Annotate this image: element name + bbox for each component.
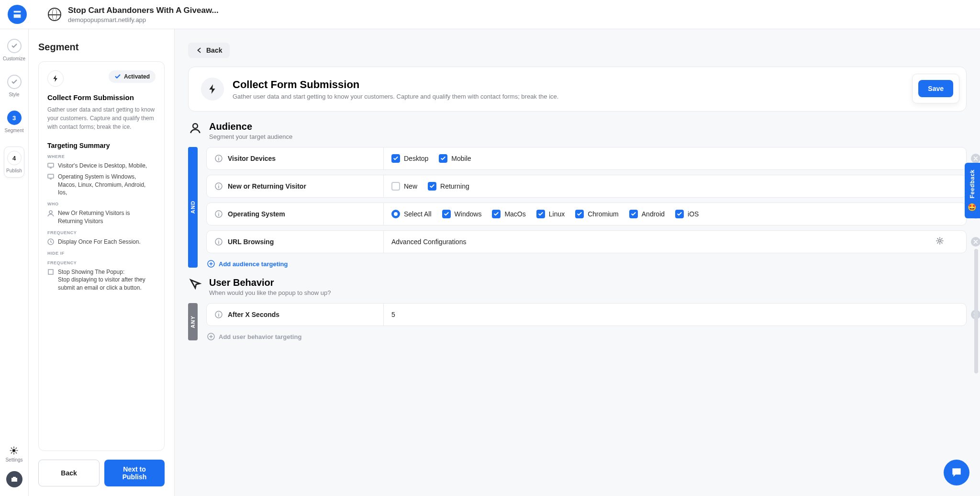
left-panel: Segment Activated Collect Form Submissio… — [29, 29, 175, 496]
feedback-tab[interactable]: Feedback 🤩 — [965, 163, 980, 218]
main-content: Back Collect Form Submission Gather user… — [175, 29, 980, 496]
summary-rule: Display Once For Each Session. — [47, 238, 156, 246]
stop-icon — [47, 269, 54, 275]
row-name: Visitor Devices — [228, 155, 276, 162]
info-icon[interactable] — [214, 154, 223, 163]
save-button[interactable]: Save — [918, 80, 953, 97]
option-macos[interactable]: MacOs — [492, 210, 525, 218]
hero-title: Collect Form Submission — [233, 79, 558, 91]
row-value: 5 — [391, 311, 395, 318]
select-all-radio[interactable]: Select All — [391, 210, 432, 218]
card-description: Gather user data and start getting to kn… — [47, 105, 156, 131]
row-name: URL Browsing — [228, 238, 274, 246]
option-linux[interactable]: Linux — [536, 210, 565, 218]
remove-row-button[interactable] — [971, 154, 980, 163]
laptop-icon — [47, 173, 54, 180]
info-icon[interactable] — [214, 182, 223, 191]
summary-group-label: FREQUENCY — [47, 260, 156, 265]
hero-card: Collect Form Submission Gather user data… — [188, 67, 967, 112]
chat-fab[interactable] — [944, 460, 969, 485]
targeting-row: URL Browsing Advanced Configurations — [206, 230, 967, 253]
row-name: After X Seconds — [228, 311, 279, 318]
step-publish[interactable]: 4 Publish — [4, 147, 24, 178]
configure-icon[interactable] — [935, 237, 944, 247]
option-desktop[interactable]: Desktop — [391, 154, 428, 163]
row-value: Advanced Configurations — [391, 238, 466, 246]
summary-group-label: FREQUENCY — [47, 230, 156, 235]
row-name: New or Returning Visitor — [228, 182, 306, 190]
panel-title: Segment — [38, 42, 165, 53]
feedback-emoji-icon: 🤩 — [968, 203, 977, 212]
option-ios[interactable]: iOS — [675, 210, 699, 218]
and-operator-bar: AND — [188, 147, 198, 268]
summary-rule: Visitor's Device is Desktop, Mobile, — [47, 162, 156, 170]
summary-group-label: WHO — [47, 202, 156, 206]
behavior-header: User Behavior When would you like the po… — [188, 277, 967, 296]
main-back-button[interactable]: Back — [188, 43, 230, 58]
step-segment[interactable]: 3 Segment — [4, 111, 23, 133]
behavior-title: User Behavior — [209, 277, 331, 288]
step-customize[interactable]: Customize — [3, 39, 25, 61]
campaign-domain: demopopupsmart.netlify.app — [68, 16, 219, 23]
info-icon[interactable] — [214, 237, 223, 246]
summary-rule: Operating System is Windows, Macos, Linu… — [47, 173, 156, 197]
behavior-icon — [188, 277, 202, 292]
summary-rule: New Or Returning Visitors is Returning V… — [47, 209, 156, 225]
bolt-icon — [47, 70, 64, 87]
summary-rule: Stop Showing The Popup:Stop displaying t… — [47, 268, 156, 292]
clock-icon — [47, 238, 54, 245]
card-title: Collect Form Submission — [47, 93, 156, 101]
any-operator-bar: ANY — [188, 303, 198, 340]
row-name: Operating System — [228, 210, 285, 218]
option-windows[interactable]: Windows — [442, 210, 482, 218]
summary-group-label: Hide if — [47, 251, 156, 256]
audience-header: Audience Segment your target audience — [188, 121, 967, 140]
option-chromium[interactable]: Chromium — [575, 210, 619, 218]
audience-title: Audience — [209, 121, 292, 132]
add-behavior-targeting-button[interactable]: Add user behavior targeting — [207, 333, 967, 340]
step-style[interactable]: Style — [7, 75, 22, 97]
summary-group-label: WHERE — [47, 154, 156, 159]
audience-icon — [188, 121, 202, 135]
targeting-row: Visitor Devices Desktop Mobile — [206, 147, 967, 170]
campaign-title: Stop Cart Abandoners With A Giveaw... — [68, 6, 219, 15]
add-audience-targeting-button[interactable]: Add audience targeting — [207, 260, 967, 268]
settings-button[interactable]: Settings — [5, 446, 22, 462]
suitcase-button[interactable] — [6, 471, 22, 487]
option-new[interactable]: New — [391, 182, 417, 191]
summary-title: Targeting Summary — [47, 142, 156, 149]
back-button[interactable]: Back — [38, 460, 100, 486]
save-container: Save — [912, 74, 959, 103]
hero-description: Gather user data and start getting to kn… — [233, 93, 558, 100]
info-icon[interactable] — [214, 210, 223, 218]
left-rail: Customize Style 3 Segment 4 Publish Sett… — [0, 29, 29, 496]
globe-icon — [48, 8, 61, 21]
option-mobile[interactable]: Mobile — [439, 154, 471, 163]
remove-row-button[interactable] — [971, 237, 980, 247]
segment-card: Activated Collect Form Submission Gather… — [38, 61, 165, 451]
option-android[interactable]: Android — [629, 210, 665, 218]
targeting-row: New or Returning Visitor New Returning — [206, 175, 967, 198]
activated-pill: Activated — [109, 70, 156, 83]
info-icon[interactable] — [214, 310, 223, 319]
monitor-icon — [47, 162, 54, 169]
page-title-block: Stop Cart Abandoners With A Giveaw... de… — [68, 6, 219, 23]
option-returning[interactable]: Returning — [428, 182, 469, 191]
app-logo[interactable] — [8, 5, 27, 24]
user-icon — [47, 210, 54, 216]
targeting-row: Operating System Select All Windows MacO… — [206, 203, 967, 225]
scrollbar[interactable] — [974, 249, 978, 373]
behavior-subtitle: When would you like the popup to show up… — [209, 289, 331, 296]
next-to-publish-button[interactable]: Next to Publish — [104, 460, 165, 486]
bolt-icon — [201, 78, 224, 101]
audience-subtitle: Segment your target audience — [209, 133, 292, 140]
targeting-row: After X Seconds 5 — [206, 303, 967, 326]
